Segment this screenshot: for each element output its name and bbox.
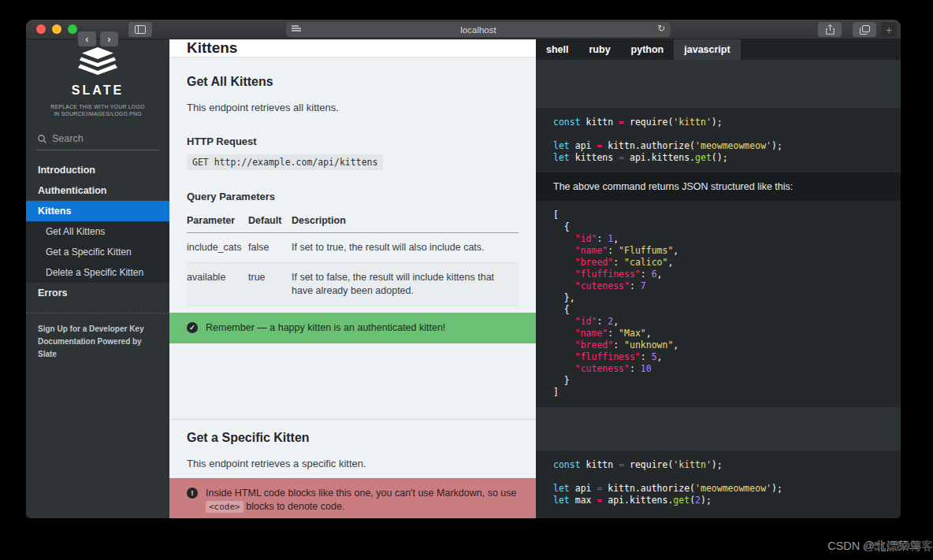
code-block-get-specific: const kittn = require('kittn'); let api …: [536, 451, 901, 518]
section-heading-get-specific-kitten: Get a Specific Kitten: [187, 431, 519, 445]
http-request-heading: HTTP Request: [187, 135, 519, 147]
table-row: availabletrueIf set to false, the result…: [187, 263, 519, 306]
table-header-cell: Parameter: [187, 210, 248, 233]
close-window-button[interactable]: [36, 24, 46, 34]
sidebar-nav: IntroductionAuthenticationKittensGet All…: [26, 160, 169, 303]
table-header-cell: Description: [292, 210, 519, 233]
table-cell: false: [248, 233, 292, 263]
code-line: "cuteness": 7: [553, 280, 883, 292]
traffic-lights: [36, 24, 77, 34]
plus-icon: +: [886, 24, 892, 36]
success-callout: ✓ Remember — a happy kitten is an authen…: [169, 313, 536, 343]
tab-ruby[interactable]: ruby: [579, 39, 621, 60]
search-icon: [38, 135, 46, 143]
sidebar-item-errors[interactable]: Errors: [26, 283, 169, 303]
code-line: "name": "Fluffums",: [553, 245, 883, 257]
table-header-row: ParameterDefaultDescription: [187, 210, 519, 233]
sidebar-subitem-get-a-specific-kitten[interactable]: Get a Specific Kitten: [26, 242, 169, 262]
table-header-cell: Default: [248, 210, 292, 233]
code-line: let max = api.kittens.get(2);: [553, 495, 883, 506]
tab-shell[interactable]: shell: [536, 39, 579, 60]
code-line: "name": "Max",: [553, 328, 883, 339]
sidebar-item-kittens[interactable]: Kittens: [26, 201, 169, 221]
code-line: let kittens = api.kittens.get();: [553, 152, 883, 164]
logo-title: SLATE: [26, 83, 169, 98]
query-parameters-heading: Query Parameters: [187, 191, 519, 202]
zoom-window-button[interactable]: [68, 24, 77, 34]
sidebar-subitem-delete-a-specific-kitten[interactable]: Delete a Specific Kitten: [26, 262, 169, 283]
warning-callout-text: Inside HTML code blocks like this one, y…: [206, 487, 519, 514]
code-line: "breed": "unknown",: [553, 339, 883, 351]
code-panel: shellrubypythonjavascript const kittn = …: [536, 39, 901, 518]
sidebar-footer: Sign Up for a Developer Key Documentatio…: [26, 313, 169, 370]
table-row: include_catsfalseIf set to true, the res…: [187, 233, 519, 263]
address-bar[interactable]: localhost ↻: [286, 22, 671, 37]
51cto-watermark-text: @51CTO博客: [862, 539, 933, 554]
exclamation-circle-icon: !: [187, 488, 198, 499]
code-line: },: [553, 292, 883, 304]
reader-view-icon[interactable]: [292, 25, 301, 33]
code-line: ]: [553, 387, 883, 399]
code-line: [553, 471, 883, 483]
code-line: "breed": "calico",: [553, 257, 883, 269]
sidebar-subnav: Get All KittensGet a Specific KittenDele…: [26, 221, 169, 283]
back-button[interactable]: ‹: [78, 32, 96, 46]
sidebar-item-introduction[interactable]: Introduction: [26, 160, 169, 180]
code-line: const kittn = require('kittn');: [553, 117, 883, 128]
table-cell: If set to false, the result will include…: [292, 263, 519, 306]
tab-overview-button[interactable]: [853, 22, 876, 37]
back-icon: ‹: [85, 33, 88, 45]
sidebar: SLATE REPLACE THIS WITH YOUR LOGO IN SOU…: [26, 39, 169, 518]
code-line: "fluffiness": 6,: [553, 269, 883, 280]
search-input[interactable]: Search: [36, 132, 159, 150]
code-line: const kittn = require('kittn');: [553, 459, 883, 471]
inline-code-chip: <code>: [206, 501, 243, 513]
code-line: [553, 128, 883, 140]
slate-logo-icon: [77, 47, 118, 79]
code-line: let api = kittn.authorize('meowmeowmeow'…: [553, 140, 883, 152]
refresh-icon[interactable]: ↻: [657, 23, 665, 34]
sidebar-subitem-get-all-kittens[interactable]: Get All Kittens: [26, 221, 169, 242]
section2-intro: This endpoint retrieves a specific kitte…: [187, 458, 519, 469]
success-callout-text: Remember — a happy kitten is an authenti…: [206, 321, 445, 335]
url-text: localhost: [460, 25, 496, 35]
logo-block: SLATE REPLACE THIS WITH YOUR LOGO IN SOU…: [26, 39, 169, 117]
code-line: let api = kittn.authorize('meowmeowmeow'…: [553, 483, 883, 495]
sidebar-item-authentication[interactable]: Authentication: [26, 180, 169, 201]
page-title: Kittens: [187, 39, 237, 57]
docs-column: Kittens Get All Kittens This endpoint re…: [169, 39, 536, 518]
tab-python[interactable]: python: [621, 39, 675, 60]
code-line: [: [553, 210, 883, 221]
table-cell: available: [187, 263, 248, 306]
section-intro: This endpoint retrieves all kittens.: [187, 102, 519, 113]
powered-by-link[interactable]: Documentation Powered by Slate: [38, 336, 158, 361]
search-placeholder: Search: [52, 133, 84, 144]
browser-window: ‹ › localhost ↻ +: [26, 20, 901, 518]
signup-link[interactable]: Sign Up for a Developer Key: [38, 323, 158, 336]
forward-icon: ›: [107, 33, 110, 45]
code-line: "id": 1,: [553, 233, 883, 245]
forward-button[interactable]: ›: [100, 32, 118, 46]
share-button[interactable]: [818, 22, 842, 37]
watermark: CSDN @北漂菜鸟 @51CTO博客: [760, 538, 933, 554]
code-line: {: [553, 304, 883, 316]
logo-caption: REPLACE THIS WITH YOUR LOGO IN SOURCE/IM…: [26, 103, 169, 117]
sidebar-icon: [135, 25, 146, 34]
sidebar-toggle-button[interactable]: [128, 22, 152, 37]
panel-gap: [536, 407, 901, 451]
section-heading-get-all-kittens: Get All Kittens: [187, 75, 519, 89]
browser-titlebar: ‹ › localhost ↻ +: [26, 20, 901, 39]
page-title-band: Kittens: [169, 39, 536, 57]
http-request-code: GET http://example.com/api/kittens: [187, 154, 383, 170]
code-line: {: [553, 221, 883, 233]
check-circle-icon: ✓: [187, 322, 198, 333]
new-tab-button[interactable]: +: [881, 22, 897, 37]
panel-gap: [536, 60, 901, 108]
tab-javascript[interactable]: javascript: [674, 39, 740, 60]
code-line: "cuteness": 10: [553, 363, 883, 375]
share-icon: [826, 24, 834, 35]
minimize-window-button[interactable]: [52, 24, 61, 34]
code-block-request: const kittn = require('kittn'); let api …: [536, 108, 901, 172]
table-cell: true: [248, 263, 292, 306]
table-cell: include_cats: [187, 233, 248, 263]
